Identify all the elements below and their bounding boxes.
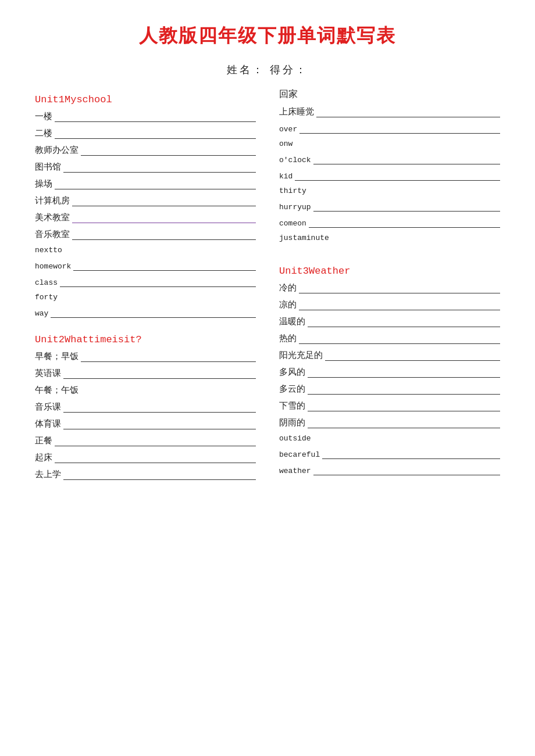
list-item: 上床睡觉 bbox=[279, 106, 500, 117]
answer-line[interactable] bbox=[63, 162, 256, 173]
answer-line[interactable] bbox=[299, 334, 500, 344]
answer-line[interactable] bbox=[308, 401, 500, 411]
list-item: 美术教室 bbox=[35, 212, 256, 223]
list-item: homework bbox=[35, 260, 256, 271]
answer-line[interactable] bbox=[72, 230, 256, 240]
list-item: thirty bbox=[279, 187, 500, 195]
list-item: 午餐；午饭 bbox=[35, 385, 256, 396]
page-title: 人教版四年级下册单词默写表 bbox=[35, 23, 500, 49]
unit3-title: Unit3Weather bbox=[279, 266, 500, 277]
list-item: outside bbox=[279, 434, 500, 443]
list-item: 阴雨的 bbox=[279, 417, 500, 428]
list-item: 音乐教室 bbox=[35, 229, 256, 240]
answer-line[interactable] bbox=[63, 470, 256, 480]
list-item: over bbox=[279, 123, 500, 134]
answer-line[interactable] bbox=[308, 367, 500, 378]
right-column: 回家 上床睡觉 over onw o'clock kid thirty hurr… bbox=[268, 88, 500, 486]
answer-line[interactable] bbox=[308, 418, 500, 428]
list-item: kid bbox=[279, 170, 500, 181]
answer-line[interactable] bbox=[72, 196, 256, 206]
list-item: 正餐 bbox=[35, 435, 256, 446]
answer-line[interactable] bbox=[299, 300, 500, 310]
list-item: 起床 bbox=[35, 452, 256, 463]
list-item: justaminute bbox=[279, 234, 500, 242]
list-item: 体育课 bbox=[35, 418, 256, 429]
answer-line[interactable] bbox=[309, 217, 500, 228]
list-item: 音乐课 bbox=[35, 402, 256, 413]
answer-line[interactable] bbox=[313, 154, 500, 164]
answer-line[interactable] bbox=[55, 453, 256, 463]
answer-line[interactable] bbox=[55, 112, 256, 122]
answer-line[interactable] bbox=[325, 350, 500, 361]
list-item: o'clock bbox=[279, 154, 500, 164]
answer-line[interactable] bbox=[308, 384, 500, 395]
list-item: becareful bbox=[279, 449, 500, 459]
list-item: hurryup bbox=[279, 201, 500, 212]
list-item: 计算机房 bbox=[35, 195, 256, 206]
list-item: 下雪的 bbox=[279, 400, 500, 411]
list-item: 去上学 bbox=[35, 469, 256, 480]
list-item: 教师办公室 bbox=[35, 145, 256, 156]
answer-line[interactable] bbox=[308, 317, 500, 327]
list-item: 温暖的 bbox=[279, 316, 500, 327]
list-item: comeon bbox=[279, 217, 500, 228]
list-item: 操场 bbox=[35, 178, 256, 189]
unit2-title: Unit2Whattimeisit? bbox=[35, 334, 256, 345]
left-column: Unit1Myschool 一楼 二楼 教师办公室 图书馆 操场 计算机房 美术… bbox=[35, 88, 268, 486]
answer-line[interactable] bbox=[51, 307, 256, 318]
list-item: onw bbox=[279, 139, 500, 148]
answer-line[interactable] bbox=[313, 465, 500, 475]
answer-line[interactable] bbox=[299, 283, 500, 293]
answer-line[interactable] bbox=[63, 402, 256, 413]
answer-line[interactable] bbox=[313, 201, 500, 212]
answer-line[interactable] bbox=[295, 170, 500, 181]
list-item: 二楼 bbox=[35, 128, 256, 139]
answer-line[interactable] bbox=[55, 179, 256, 189]
list-item: forty bbox=[35, 293, 256, 302]
answer-line[interactable] bbox=[316, 107, 500, 117]
list-item: 阳光充足的 bbox=[279, 350, 500, 361]
unit1-title: Unit1Myschool bbox=[35, 94, 256, 105]
list-item: 冷的 bbox=[279, 282, 500, 293]
list-item: 图书馆 bbox=[35, 162, 256, 173]
answer-line[interactable] bbox=[55, 128, 256, 139]
answer-line[interactable] bbox=[73, 260, 256, 271]
list-item: 英语课 bbox=[35, 368, 256, 379]
list-item: weather bbox=[279, 465, 500, 475]
list-item: nextto bbox=[35, 246, 256, 255]
list-item: 早餐；早饭 bbox=[35, 351, 256, 362]
list-item: 热的 bbox=[279, 333, 500, 344]
answer-line[interactable] bbox=[63, 368, 256, 379]
answer-line[interactable] bbox=[81, 145, 256, 156]
answer-line[interactable] bbox=[72, 213, 256, 223]
answer-line[interactable] bbox=[81, 352, 256, 362]
list-item: class bbox=[35, 277, 256, 287]
name-score: 姓名： 得分： bbox=[35, 63, 500, 77]
list-item: 多风的 bbox=[279, 367, 500, 378]
list-item: way bbox=[35, 307, 256, 318]
answer-line[interactable] bbox=[299, 123, 500, 134]
answer-line[interactable] bbox=[55, 436, 256, 446]
answer-line[interactable] bbox=[63, 419, 256, 429]
answer-line[interactable] bbox=[60, 277, 256, 287]
huijia-label: 回家 bbox=[279, 88, 500, 101]
list-item: 多云的 bbox=[279, 384, 500, 395]
answer-line[interactable] bbox=[322, 449, 500, 459]
list-item: 一楼 bbox=[35, 111, 256, 122]
list-item: 凉的 bbox=[279, 299, 500, 310]
